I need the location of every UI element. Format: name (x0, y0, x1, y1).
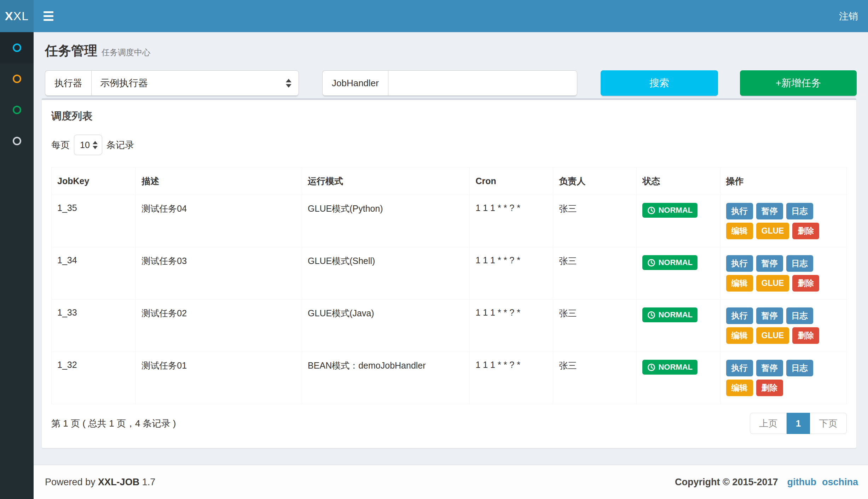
run-button[interactable]: 执行 (726, 307, 753, 324)
status-badge: NORMAL (642, 307, 698, 322)
cell-actions: 执行暂停日志编辑GLUE删除 (720, 195, 846, 247)
cell-mode: GLUE模式(Java) (302, 300, 470, 352)
delete-button[interactable]: 删除 (792, 275, 819, 292)
sidebar-item-job-log[interactable] (0, 63, 34, 94)
log-button[interactable]: 日志 (786, 203, 813, 219)
log-button[interactable]: 日志 (786, 307, 813, 324)
pagination-info: 第 1 页 ( 总共 1 页，4 条记录 ) (51, 417, 176, 430)
cell-status: NORMAL (637, 300, 720, 352)
glue-button[interactable]: GLUE (756, 275, 789, 292)
actions-group: 执行暂停日志编辑GLUE删除 (726, 307, 841, 344)
clock-icon (647, 259, 655, 267)
edit-button[interactable]: 编辑 (726, 223, 753, 239)
brand-version: 1.7 (142, 477, 156, 487)
schedule-list-panel: 调度列表 每页 10 条记录 JobKey描述运行模式Cron负责人状态操作 1… (42, 98, 856, 448)
footer-right: Copyright © 2015-2017 github oschina (675, 477, 858, 488)
delete-button[interactable]: 删除 (756, 380, 783, 396)
github-link[interactable]: github (787, 477, 816, 488)
cell-jobkey: 1_32 (52, 352, 136, 404)
cell-owner: 张三 (553, 195, 637, 247)
pause-button[interactable]: 暂停 (756, 307, 783, 324)
current-page-button[interactable]: 1 (787, 413, 810, 434)
content-header: 任务管理 任务调度中心 (34, 42, 868, 60)
panel-title: 调度列表 (51, 109, 847, 123)
cell-cron: 1 1 1 * * ? * (470, 300, 553, 352)
status-label: NORMAL (658, 206, 693, 215)
cell-status: NORMAL (637, 352, 720, 404)
jobhandler-filter-group: JobHandler (322, 70, 577, 96)
prev-page-button[interactable]: 上页 (750, 413, 787, 434)
delete-button[interactable]: 删除 (792, 327, 819, 344)
pagesize-prefix: 每页 (51, 139, 70, 151)
sidebar-item-executor[interactable] (0, 94, 34, 125)
cell-mode: BEAN模式：demoJobHandler (302, 352, 470, 404)
circle-o-icon (13, 106, 21, 114)
sidebar-item-job-manage[interactable] (0, 32, 34, 63)
sidebar-item-help[interactable] (0, 125, 34, 157)
cell-jobkey: 1_35 (52, 195, 136, 247)
filter-toolbar: 执行器 示例执行器 JobHandler 搜索 +新增任务 (45, 70, 858, 96)
column-header: 操作 (720, 168, 846, 195)
cell-description: 测试任务03 (136, 247, 302, 300)
run-button[interactable]: 执行 (726, 203, 753, 219)
log-button[interactable]: 日志 (786, 255, 813, 272)
sidebar-toggle-icon[interactable] (44, 8, 60, 24)
pause-button[interactable]: 暂停 (756, 203, 783, 219)
executor-filter-group: 执行器 示例执行器 (45, 70, 299, 96)
page-title: 任务管理 (45, 42, 97, 60)
cell-description: 测试任务04 (136, 195, 302, 247)
pagesize-suffix: 条记录 (106, 139, 134, 151)
powered-prefix: Powered by (45, 477, 96, 487)
pagination-controls: 上页 1 下页 (750, 413, 847, 434)
circle-o-icon (13, 75, 21, 83)
pause-button[interactable]: 暂停 (756, 360, 783, 376)
sidebar-menu (0, 32, 34, 499)
jobs-table: JobKey描述运行模式Cron负责人状态操作 1_35测试任务04GLUE模式… (51, 167, 847, 404)
search-button[interactable]: 搜索 (601, 70, 718, 96)
column-header: Cron (470, 168, 553, 195)
table-row: 1_32测试任务01BEAN模式：demoJobHandler1 1 1 * *… (52, 352, 847, 404)
executor-select[interactable]: 示例执行器 (91, 70, 299, 96)
glue-button[interactable]: GLUE (756, 327, 789, 344)
cell-actions: 执行暂停日志编辑删除 (720, 352, 846, 404)
circle-o-icon (13, 43, 21, 52)
pagesize-select[interactable]: 10 (74, 135, 102, 155)
status-label: NORMAL (658, 310, 693, 319)
pause-button[interactable]: 暂停 (756, 255, 783, 272)
app-logo[interactable]: XXL (0, 0, 34, 32)
delete-button[interactable]: 删除 (792, 223, 819, 239)
status-badge: NORMAL (642, 360, 698, 375)
edit-button[interactable]: 编辑 (726, 380, 753, 396)
column-header: 描述 (136, 168, 302, 195)
select-arrows-icon (93, 141, 98, 149)
oschina-link[interactable]: oschina (822, 477, 858, 488)
page-subtitle: 任务调度中心 (102, 47, 150, 58)
cell-mode: GLUE模式(Shell) (302, 247, 470, 300)
actions-group: 执行暂停日志编辑GLUE删除 (726, 203, 841, 239)
log-button[interactable]: 日志 (786, 360, 813, 376)
logout-link[interactable]: 注销 (839, 10, 858, 23)
add-job-button[interactable]: +新增任务 (740, 70, 857, 96)
glue-button[interactable]: GLUE (756, 223, 789, 239)
actions-group: 执行暂停日志编辑GLUE删除 (726, 255, 841, 292)
edit-button[interactable]: 编辑 (726, 275, 753, 292)
logo-bold: X (5, 9, 13, 23)
column-header: JobKey (52, 168, 136, 195)
status-label: NORMAL (658, 363, 693, 372)
cell-owner: 张三 (553, 247, 637, 300)
edit-button[interactable]: 编辑 (726, 327, 753, 344)
powered-by: Powered by XXL-JOB 1.7 (45, 477, 155, 488)
clock-icon (647, 206, 655, 215)
table-row: 1_35测试任务04GLUE模式(Python)1 1 1 * * ? *张三N… (52, 195, 847, 247)
next-page-button[interactable]: 下页 (810, 413, 847, 434)
run-button[interactable]: 执行 (726, 255, 753, 272)
jobhandler-input[interactable] (388, 70, 577, 96)
page-footer: Powered by XXL-JOB 1.7 Copyright © 2015-… (34, 465, 868, 499)
circle-o-icon (13, 137, 21, 145)
run-button[interactable]: 执行 (726, 360, 753, 376)
select-arrows-icon (286, 79, 291, 88)
copyright-text: Copyright © 2015-2017 (675, 477, 778, 488)
cell-actions: 执行暂停日志编辑GLUE删除 (720, 247, 846, 300)
table-body: 1_35测试任务04GLUE模式(Python)1 1 1 * * ? *张三N… (52, 195, 847, 404)
logo-rest: XL (13, 9, 29, 23)
